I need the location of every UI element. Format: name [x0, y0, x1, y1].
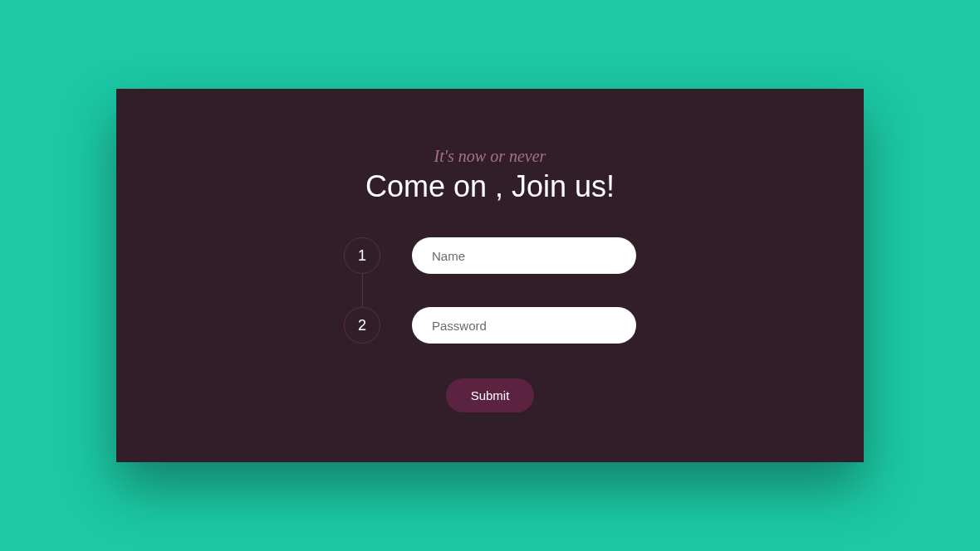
field-row-password: 2: [344, 307, 636, 344]
signup-form: 1 2 Submit: [344, 237, 636, 412]
field-row-name: 1: [344, 237, 636, 274]
title-text: Come on , Join us!: [365, 169, 615, 204]
signup-card: It's now or never Come on , Join us! 1 2…: [116, 89, 864, 462]
subtitle-text: It's now or never: [434, 147, 546, 166]
name-input[interactable]: [412, 237, 636, 274]
password-input[interactable]: [412, 307, 636, 344]
submit-button[interactable]: Submit: [446, 378, 535, 412]
step-indicator-2: 2: [344, 307, 380, 344]
step-connector: [362, 274, 363, 307]
step-indicator-1: 1: [344, 237, 380, 274]
